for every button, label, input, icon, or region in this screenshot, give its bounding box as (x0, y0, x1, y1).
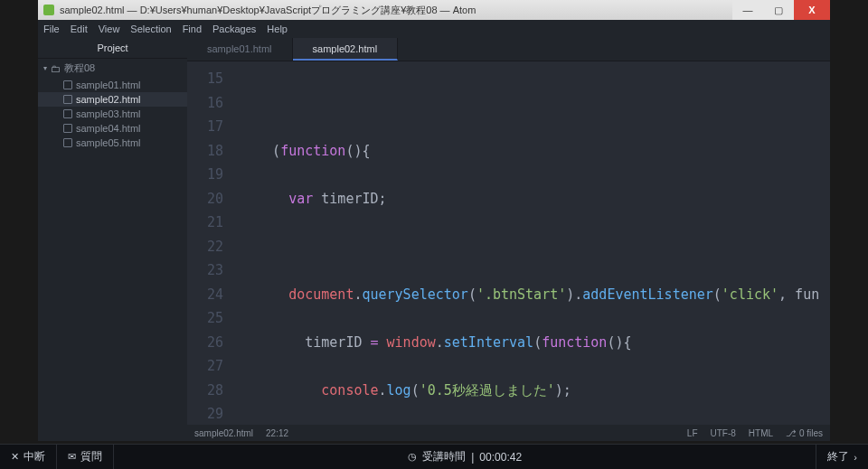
code-area[interactable]: 15 16 17 18 19 20 21 22 23 24 25 26 27 2… (187, 61, 830, 425)
line-number: 23 (187, 258, 223, 283)
maximize-button[interactable]: ▢ (763, 0, 794, 20)
line-number: 24 (187, 283, 223, 307)
chevron-right-icon: › (854, 452, 857, 463)
line-number: 29 (187, 402, 223, 425)
atom-window: sample02.html — D:¥Users¥human¥Desktop¥J… (38, 0, 830, 441)
close-button[interactable]: X (794, 0, 830, 20)
code-line: console.log('0.5秒経過しました'); (240, 379, 830, 403)
folder-label: 教程08 (64, 61, 95, 75)
time-value: 00:00:42 (479, 451, 522, 464)
interrupt-label: 中断 (24, 449, 45, 464)
code-line (240, 235, 830, 259)
file-label: sample03.html (76, 108, 141, 119)
status-bar: sample02.html 22:12 LF UTF-8 HTML ⎇ 0 fi… (187, 425, 830, 441)
file-label: sample05.html (76, 137, 141, 148)
line-number: 20 (187, 187, 223, 211)
interrupt-button[interactable]: ✕ 中断 (0, 445, 57, 469)
status-lineending[interactable]: LF (687, 428, 698, 438)
window-title: sample02.html — D:¥Users¥human¥Desktop¥J… (60, 4, 732, 17)
code-line (240, 91, 830, 116)
file-label: sample02.html (76, 94, 141, 105)
end-button[interactable]: 終了 › (816, 445, 868, 469)
code-line: var timerID; (240, 187, 830, 211)
status-files[interactable]: ⎇ 0 files (786, 428, 823, 438)
line-number: 19 (187, 163, 223, 187)
time-display: ◷ 受講時間 | 00:00:42 (114, 449, 816, 464)
titlebar: sample02.html — D:¥Users¥human¥Desktop¥J… (38, 0, 830, 20)
file-label: sample01.html (76, 80, 141, 90)
sidebar-file[interactable]: sample03.html (38, 107, 187, 121)
line-number: 18 (187, 139, 223, 164)
gutter: 15 16 17 18 19 20 21 22 23 24 25 26 27 2… (187, 61, 234, 425)
line-number: 28 (187, 379, 223, 403)
line-number: 16 (187, 91, 223, 116)
status-cursor[interactable]: 22:12 (266, 428, 288, 438)
folder-icon: 🗀 (51, 63, 61, 74)
app-icon (43, 5, 54, 15)
editor-body: Project ▾ 🗀 教程08 sample01.html sample02.… (38, 38, 830, 441)
file-icon (63, 138, 72, 147)
x-icon: ✕ (11, 451, 19, 463)
question-button[interactable]: ✉ 質問 (57, 445, 114, 469)
code-line: (function(){ (240, 139, 830, 164)
sidebar: Project ▾ 🗀 教程08 sample01.html sample02.… (38, 38, 187, 441)
file-icon (63, 109, 72, 118)
question-label: 質問 (80, 449, 102, 464)
player-bar: ✕ 中断 ✉ 質問 ◷ 受講時間 | 00:00:42 終了 › (0, 444, 868, 469)
menu-find[interactable]: Find (183, 23, 202, 34)
sidebar-folder[interactable]: ▾ 🗀 教程08 (38, 59, 187, 78)
file-icon (63, 95, 72, 104)
menu-help[interactable]: Help (267, 23, 288, 34)
git-icon: ⎇ (786, 428, 799, 438)
code-line: timerID = window.setInterval(function(){ (240, 331, 830, 355)
menubar: File Edit View Selection Find Packages H… (38, 20, 830, 38)
window-controls: — ▢ X (732, 0, 830, 20)
sidebar-file[interactable]: sample01.html (38, 78, 187, 92)
tab-sample02[interactable]: sample02.html (293, 38, 399, 61)
sidebar-file[interactable]: sample05.html (38, 136, 187, 150)
file-label: sample04.html (76, 123, 141, 134)
status-file[interactable]: sample02.html (194, 428, 253, 438)
menu-packages[interactable]: Packages (212, 23, 256, 34)
editor-pane: sample01.html sample02.html 15 16 17 18 … (187, 38, 830, 441)
menu-file[interactable]: File (43, 23, 60, 34)
line-number: 27 (187, 354, 223, 379)
tab-sample01[interactable]: sample01.html (187, 38, 293, 61)
code-content[interactable]: (function(){ var timerID; document.query… (234, 61, 830, 425)
status-language[interactable]: HTML (749, 428, 773, 438)
tab-bar: sample01.html sample02.html (187, 38, 830, 61)
menu-view[interactable]: View (99, 23, 120, 34)
time-sep: | (471, 451, 474, 464)
status-encoding[interactable]: UTF-8 (711, 428, 736, 438)
line-number: 22 (187, 235, 223, 259)
sidebar-file[interactable]: sample02.html (38, 92, 187, 107)
line-number: 17 (187, 115, 223, 139)
sidebar-file[interactable]: sample04.html (38, 121, 187, 136)
minimize-button[interactable]: — (732, 0, 763, 20)
file-icon (63, 124, 72, 133)
end-label: 終了 (827, 449, 849, 464)
line-number: 15 (187, 67, 223, 91)
file-icon (63, 80, 72, 89)
line-number: 25 (187, 306, 223, 331)
line-number: 21 (187, 211, 223, 235)
chevron-down-icon: ▾ (43, 64, 47, 72)
sidebar-header: Project (38, 38, 187, 59)
mail-icon: ✉ (68, 451, 76, 463)
menu-edit[interactable]: Edit (71, 23, 88, 34)
clock-icon: ◷ (408, 451, 417, 463)
menu-selection[interactable]: Selection (130, 23, 171, 34)
line-number: 26 (187, 331, 223, 355)
time-label: 受講時間 (422, 449, 466, 464)
code-line: document.querySelector('.btnStart').addE… (240, 283, 830, 307)
